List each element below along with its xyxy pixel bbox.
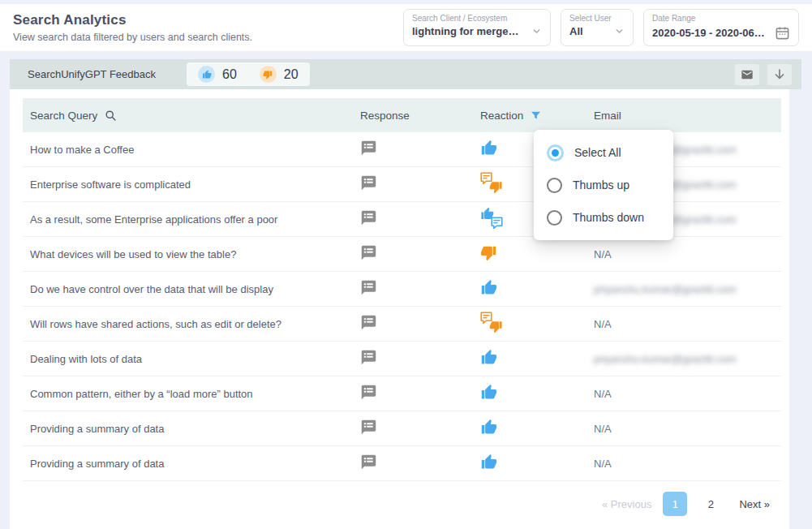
page-subtitle: View search data filtered by users and s… [13,32,252,43]
search-icon[interactable] [105,110,117,122]
feedback-bar-actions [735,64,792,85]
response-cell [360,209,480,229]
query-cell: Enterprise software is complicated [23,178,360,191]
page-button-2[interactable]: 2 [698,492,723,516]
query-cell: Providing a summary of data [23,423,360,435]
table-row: Do we have control over the data that wi… [23,272,781,307]
select-user-label: Select User [569,14,625,23]
search-client-dropdown[interactable]: Search Client / Ecosystem lightning for … [403,9,551,46]
chat-response-icon[interactable] [360,349,377,366]
column-header-search-query: Search Query [23,110,360,122]
query-cell: Dealing with lots of data [23,353,360,365]
reaction-filter-option-label: Select All [574,146,621,159]
email-text: N/A [594,423,612,435]
email-text: priyanshu.kumar@grazitti.com [594,353,737,365]
chat-response-icon[interactable] [360,384,377,401]
thumbs-up-icon [480,279,497,296]
search-client-label: Search Client / Ecosystem [412,14,542,23]
thumbs-up-icon [480,454,497,471]
chat-response-icon[interactable] [360,140,377,157]
thumbs-up-icon [480,349,497,366]
thumbs-down-count-group: 20 [260,66,299,83]
chevron-down-icon [531,26,542,37]
email-cell: N/A [594,458,781,470]
reaction-cell [480,384,594,403]
thumbs-up-icon [480,384,497,401]
email-text: N/A [594,248,612,260]
query-cell: How to make a Coffee [23,144,360,156]
table-row: What devices will be used to view the ta… [23,237,781,272]
table-row: Will rows have shared actions, such as e… [23,307,781,342]
thumbs-up-count: 60 [222,67,237,82]
query-cell: What devices will be used to view the ta… [23,248,360,260]
chevron-down-icon [614,26,625,37]
search-client-value: lightning for merged pack... [412,25,525,37]
radio-selected-icon[interactable] [547,144,564,161]
table-row: Providing a summary of data N/A [23,411,781,446]
chat-response-icon[interactable] [360,454,377,471]
feedback-bar: SearchUnifyGPT Feedback 60 20 [10,59,801,89]
next-page-button[interactable]: Next » [739,498,770,510]
pagination: « Previous 1 2 Next » [23,481,781,527]
email-button[interactable] [735,64,759,85]
header-filters: Search Client / Ecosystem lightning for … [403,9,799,46]
reaction-filter-option[interactable]: Thumbs up [534,169,673,201]
page-title: Search Analytics [13,12,252,28]
column-header-reaction-label: Reaction [480,110,523,122]
table-row: Providing a summary of data N/A [23,446,781,481]
response-cell [360,174,480,194]
chat-response-icon[interactable] [360,174,377,191]
response-cell [360,140,480,159]
thumbs-up-icon [198,66,215,83]
reaction-filter-option[interactable]: Thumbs down [534,201,673,234]
reaction-filter-option[interactable]: Select All [534,136,673,169]
chat-response-icon[interactable] [360,314,377,331]
chat-response-icon[interactable] [360,419,377,436]
thumbs-down-comment-icon [480,312,503,333]
reaction-cell [480,349,594,368]
response-cell [360,279,480,299]
table-row: Common pattern, either by a “load more” … [23,376,781,411]
email-cell: priyanshu.kumar@grazitti.com [594,283,781,295]
date-range-picker[interactable]: Date Range 2020-05-19 - 2020-06-18 [643,9,799,46]
reaction-cell [480,279,594,299]
chat-response-icon[interactable] [360,209,377,226]
response-cell [360,314,480,333]
chat-response-icon[interactable] [360,279,377,296]
query-cell: As a result, some Enterprise application… [23,213,360,226]
email-cell: N/A [594,388,781,400]
radio-icon[interactable] [547,210,562,226]
email-cell: priyanshu.kumar@grazitti.com [594,353,781,365]
email-text: N/A [594,318,612,330]
column-header-response-label: Response [360,110,410,122]
thumbs-down-count: 20 [284,67,299,82]
download-button[interactable] [767,64,792,85]
page-header: Search Analytics View search data filter… [0,4,812,51]
page-button-1[interactable]: 1 [663,492,687,516]
mail-icon [740,68,754,81]
reaction-filter-popup: Select All Thumbs up Thumbs down [534,130,673,240]
response-cell [360,244,480,264]
date-range-value: 2020-05-19 - 2020-06-18 [652,27,768,39]
download-icon [772,67,787,82]
column-header-email: Email [594,110,781,122]
select-user-dropdown[interactable]: Select User All [561,9,634,46]
filter-icon[interactable] [531,110,541,121]
email-cell: N/A [594,248,781,260]
feedback-bar-title: SearchUnifyGPT Feedback [28,68,156,80]
query-cell: Providing a summary of data [23,458,360,470]
reaction-cell [480,454,594,473]
radio-icon[interactable] [547,178,562,193]
reaction-filter-option-label: Thumbs up [573,178,629,191]
column-header-reaction: Reaction [480,110,594,122]
calendar-icon[interactable] [775,25,790,41]
page-header-titles: Search Analytics View search data filter… [13,12,252,43]
thumbs-up-icon [480,419,497,436]
thumbs-down-comment-icon [480,172,503,194]
table-row: Dealing with lots of data priyanshu.kuma… [23,342,781,376]
email-text: N/A [594,388,612,400]
chat-response-icon[interactable] [360,244,377,261]
thumbs-up-count-group: 60 [198,66,237,83]
feedback-counts: 60 20 [187,62,310,86]
previous-page-button[interactable]: « Previous [602,498,651,510]
